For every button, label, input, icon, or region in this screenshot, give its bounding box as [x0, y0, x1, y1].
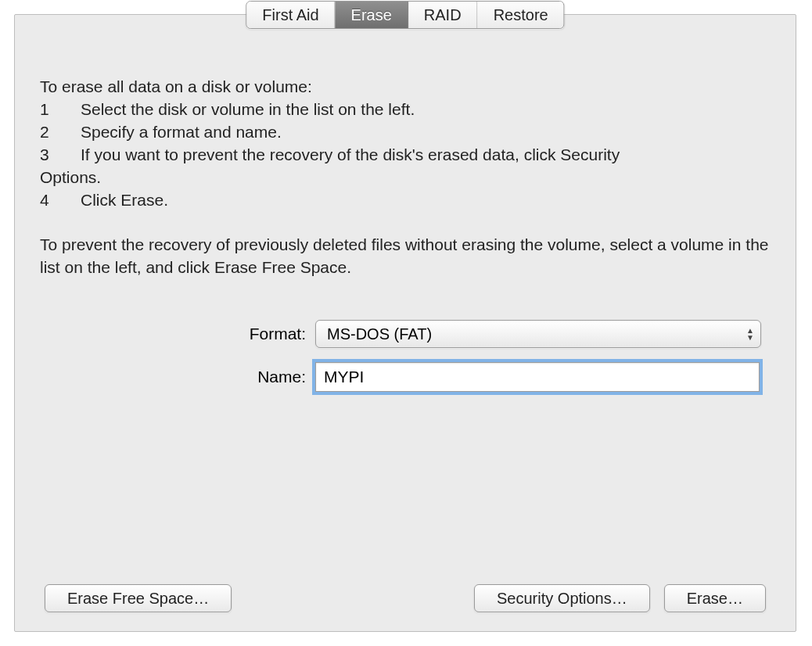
step-3-number: 3	[40, 144, 81, 167]
step-2-number: 2	[40, 121, 81, 144]
step-4: 4 Click Erase.	[40, 189, 771, 212]
instructions-paragraph-2: To prevent the recovery of previously de…	[40, 234, 771, 279]
step-3-text-a: If you want to prevent the recovery of t…	[81, 144, 771, 167]
step-2-text: Specify a format and name.	[81, 121, 771, 144]
erase-form: Format: MS-DOS (FAT) ▲▼ Name:	[15, 320, 796, 406]
instructions-block: To erase all data on a disk or volume: 1…	[40, 76, 771, 279]
erase-button[interactable]: Erase…	[664, 584, 766, 612]
step-4-text: Click Erase.	[81, 189, 771, 212]
tab-raid[interactable]: RAID	[408, 2, 478, 28]
step-1-number: 1	[40, 99, 81, 121]
format-popup[interactable]: MS-DOS (FAT) ▲▼	[315, 320, 761, 348]
instructions-heading: To erase all data on a disk or volume:	[40, 76, 771, 99]
step-3-text-b: Options.	[40, 167, 771, 189]
tab-first-aid[interactable]: First Aid	[246, 2, 335, 28]
step-1: 1 Select the disk or volume in the list …	[40, 99, 771, 121]
format-label: Format:	[15, 325, 315, 343]
tab-erase[interactable]: Erase	[336, 2, 408, 28]
erase-panel: First Aid Erase RAID Restore To erase al…	[14, 14, 796, 632]
name-label: Name:	[15, 368, 315, 386]
name-input[interactable]	[315, 362, 760, 392]
step-3: 3 If you want to prevent the recovery of…	[40, 144, 771, 167]
tab-restore[interactable]: Restore	[478, 2, 564, 28]
popup-arrows-icon: ▲▼	[746, 327, 754, 341]
tab-bar: First Aid Erase RAID Restore	[246, 1, 564, 29]
step-2: 2 Specify a format and name.	[40, 121, 771, 144]
step-1-text: Select the disk or volume in the list on…	[81, 99, 771, 121]
step-4-number: 4	[40, 189, 81, 212]
erase-free-space-button[interactable]: Erase Free Space…	[45, 584, 232, 612]
format-popup-value: MS-DOS (FAT)	[327, 325, 432, 343]
security-options-button[interactable]: Security Options…	[474, 584, 650, 612]
button-bar: Erase Free Space… Security Options… Eras…	[45, 584, 766, 612]
